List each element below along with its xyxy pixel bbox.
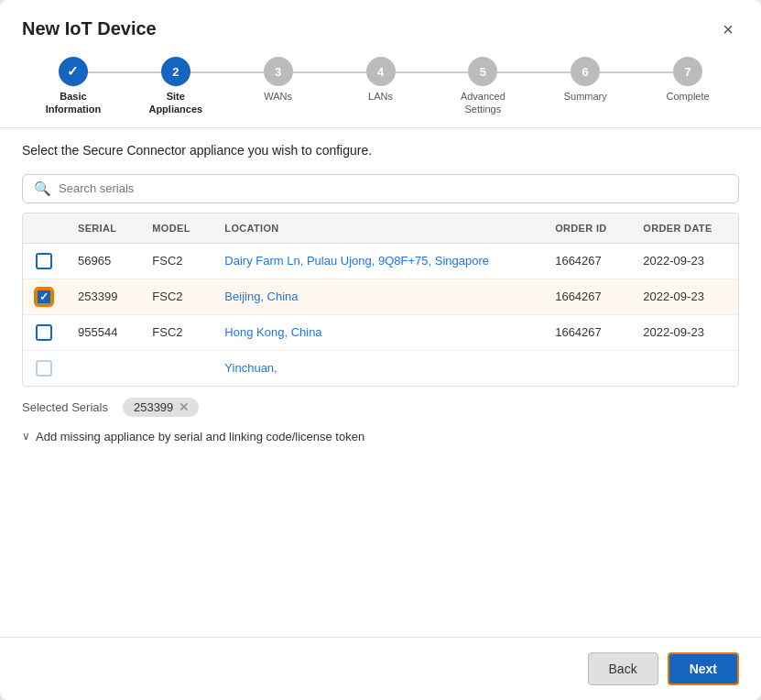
table-scroll[interactable]: SERIAL MODEL LOCATION ORDER ID ORDER DAT… xyxy=(23,213,738,386)
row-checkbox-3[interactable] xyxy=(23,350,65,386)
location-cell: Yinchuan, xyxy=(212,350,542,386)
selected-serials-label: Selected Serials xyxy=(22,400,108,414)
modal-header: New IoT Device × xyxy=(0,0,761,40)
step-circle-summary: 6 xyxy=(571,57,600,86)
step-circle-wans: 3 xyxy=(264,57,293,86)
row-checkbox-0[interactable] xyxy=(23,243,65,279)
serial-cell: 56965 xyxy=(65,243,139,279)
location-col-header: LOCATION xyxy=(212,213,542,244)
serials-table: SERIAL MODEL LOCATION ORDER ID ORDER DAT… xyxy=(23,213,738,386)
step-circle-lans: 4 xyxy=(366,57,396,86)
serial-tag-close-button[interactable]: ✕ xyxy=(179,400,190,413)
checkbox-unchecked[interactable] xyxy=(36,253,52,269)
step-site-appliances: 2Site Appliances xyxy=(125,57,227,116)
new-iot-device-modal: New IoT Device × ✓Basic Information2Site… xyxy=(0,0,761,700)
order_date-cell: 2022-09-23 xyxy=(630,279,738,314)
selected-serials-row: Selected Serials 253399 ✕ xyxy=(0,387,761,428)
table-header: SERIAL MODEL LOCATION ORDER ID ORDER DAT… xyxy=(23,213,738,244)
stepper: ✓Basic Information2Site Appliances3WANs4… xyxy=(0,40,761,128)
step-label-basic-info: Basic Information xyxy=(37,90,110,116)
location-cell: Beijing, China xyxy=(212,279,542,314)
step-label-wans: WANs xyxy=(264,90,292,103)
order_id-cell: 1664267 xyxy=(542,314,630,350)
order_id-cell: 1664267 xyxy=(542,243,630,279)
checkbox-unchecked[interactable] xyxy=(36,360,52,377)
table-body: 56965FSC2Dairy Farm Ln, Pulau Ujong, 9Q8… xyxy=(23,243,738,386)
order-date-col-header: ORDER DATE xyxy=(630,213,738,244)
checkbox-unchecked[interactable] xyxy=(36,324,52,341)
step-label-lans: LANs xyxy=(368,90,393,103)
step-complete: 7Complete xyxy=(636,57,739,103)
order_id-cell: 1664267 xyxy=(542,279,630,314)
step-circle-advanced-settings: 5 xyxy=(468,57,497,86)
step-summary: 6Summary xyxy=(534,57,636,103)
modal-title: New IoT Device xyxy=(22,18,157,39)
step-label-complete: Complete xyxy=(667,90,710,103)
serial-cell: 253399 xyxy=(65,279,139,314)
search-icon: 🔍 xyxy=(34,180,51,197)
order-id-col-header: ORDER ID xyxy=(542,213,630,244)
add-missing-label: Add missing appliance by serial and link… xyxy=(36,430,364,443)
checkbox-col-header xyxy=(23,213,65,244)
row-checkbox-2[interactable] xyxy=(23,314,65,350)
step-circle-basic-info: ✓ xyxy=(59,57,88,86)
next-button[interactable]: Next xyxy=(668,652,739,685)
modal-footer: Back Next xyxy=(0,637,761,700)
table-row[interactable]: 56965FSC2Dairy Farm Ln, Pulau Ujong, 9Q8… xyxy=(23,243,738,279)
step-label-advanced-settings: Advanced Settings xyxy=(446,90,519,116)
step-advanced-settings: 5Advanced Settings xyxy=(431,57,534,116)
serial-tag-value: 253399 xyxy=(134,400,173,414)
serials-table-container: SERIAL MODEL LOCATION ORDER ID ORDER DAT… xyxy=(22,213,739,387)
search-bar: 🔍 xyxy=(22,174,739,203)
checkbox-checked[interactable] xyxy=(36,289,52,305)
close-button[interactable]: × xyxy=(717,18,739,40)
order_date-cell: 2022-09-23 xyxy=(630,243,738,279)
model-cell: FSC2 xyxy=(139,314,212,350)
search-input[interactable] xyxy=(59,181,727,195)
step-circle-site-appliances: 2 xyxy=(161,57,190,86)
add-missing-row[interactable]: ∨ Add missing appliance by serial and li… xyxy=(0,428,761,454)
model-cell: FSC2 xyxy=(139,279,212,314)
table-row[interactable]: 955544FSC2Hong Kong, China16642672022-09… xyxy=(23,314,738,350)
serial-cell: 955544 xyxy=(65,314,139,350)
model-cell: FSC2 xyxy=(139,243,212,279)
chevron-down-icon: ∨ xyxy=(22,430,30,443)
serial-tag-253399: 253399 ✕ xyxy=(123,398,199,417)
table-row[interactable]: Yinchuan, xyxy=(23,350,738,386)
location-cell: Hong Kong, China xyxy=(212,314,542,350)
row-checkbox-1[interactable] xyxy=(23,279,65,314)
step-label-site-appliances: Site Appliances xyxy=(139,90,212,116)
model-col-header: MODEL xyxy=(139,213,212,244)
table-row[interactable]: 253399FSC2Beijing, China16642672022-09-2… xyxy=(23,279,738,314)
order_date-cell: 2022-09-23 xyxy=(630,314,738,350)
step-circle-complete: 7 xyxy=(673,57,702,86)
step-lans: 4LANs xyxy=(330,57,432,103)
step-wans: 3WANs xyxy=(227,57,330,103)
step-basic-info: ✓Basic Information xyxy=(22,57,125,116)
step-label-summary: Summary xyxy=(564,90,607,103)
back-button[interactable]: Back xyxy=(588,652,658,685)
location-cell: Dairy Farm Ln, Pulau Ujong, 9Q8F+75, Sin… xyxy=(212,243,542,279)
serial-col-header: SERIAL xyxy=(65,213,139,244)
instruction-text: Select the Secure Connector appliance yo… xyxy=(0,128,761,167)
